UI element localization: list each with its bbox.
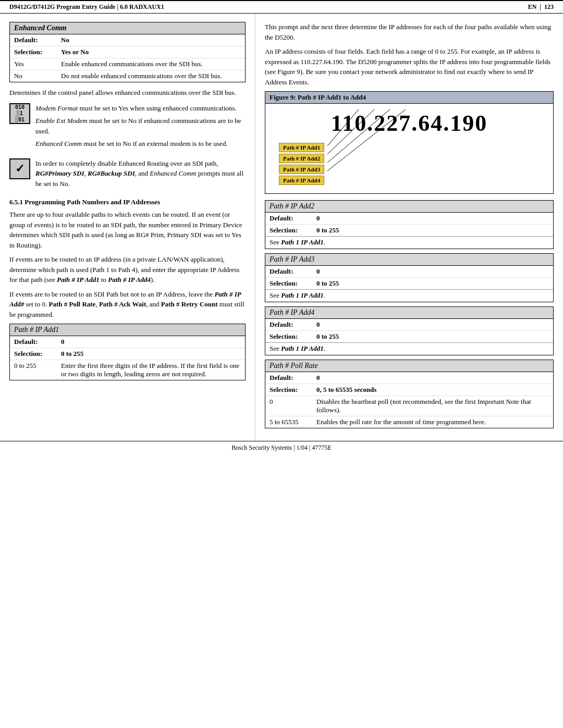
ip-add1-label: Path # IP Add1	[279, 143, 324, 152]
left-column: Enhanced Comm Default: No Selection: Yes…	[0, 14, 255, 441]
path-ip-add2-selection-row: Selection: 0 to 255	[265, 225, 553, 237]
header-guide: Program Entry Guide | 6.0 RADXAUX1	[56, 3, 164, 10]
enhanced-comm-title: Enhanced Comm	[10, 22, 245, 34]
enhanced-comm-description: Determines if the control panel allows e…	[9, 88, 246, 98]
content-area: Enhanced Comm Default: No Selection: Yes…	[0, 14, 563, 441]
default-value: 0	[57, 336, 245, 348]
enhanced-comm-selection-row: Selection: Yes or No	[10, 46, 245, 58]
figure-arrows	[327, 142, 432, 183]
row-key: No	[10, 70, 57, 82]
table-row: 0 Disables the heartbeat poll (not recom…	[265, 396, 553, 416]
table-row: 0 to 255 Enter the first three digits of…	[10, 360, 245, 380]
modem-format-label: Modem Format	[35, 104, 78, 112]
path-poll-rate-default-row: Default: 0	[265, 372, 553, 384]
enhanced-comm-table: Default: No Selection: Yes or No Yes Ena…	[10, 34, 245, 82]
selection-value: 0 to 255	[57, 348, 245, 360]
path1-ip-add1-ref: Path 1 IP Add1	[281, 238, 324, 246]
default-label: Default:	[265, 213, 312, 225]
default-label: Default:	[10, 34, 57, 46]
rg-backup-label: RG#Backup SDI	[88, 169, 135, 177]
selection-label: Selection:	[265, 225, 312, 237]
path-ip-add1-default-row: Default: 0	[10, 336, 245, 348]
row-value: Enables the poll rate for the amount of …	[312, 416, 553, 428]
selection-label: Selection:	[265, 384, 312, 396]
path-ip-add1-table: Default: 0 Selection: 0 to 255 0 to 255 …	[10, 336, 245, 380]
ip-address-display: 110.227.64.190	[274, 110, 545, 137]
default-value: 0	[312, 213, 553, 225]
default-value: 0	[312, 372, 553, 384]
path-ip-add2-section: Path # IP Add2 Default: 0 Selection: 0 t…	[265, 200, 554, 249]
ip-add3-label: Path # IP Add3	[279, 165, 324, 174]
header-page: EN | 123	[528, 3, 554, 11]
row-value: Do not enable enhanced communications ov…	[57, 70, 245, 82]
path1-ip-add1-ref3: Path 1 IP Add1	[281, 344, 324, 352]
path-ip-add1-section: Path # IP Add1 Default: 0 Selection: 0 t…	[9, 324, 246, 380]
selection-label: Selection:	[10, 348, 57, 360]
header-lang: EN	[528, 3, 537, 10]
path-poll-rate-title: Path # Poll Rate	[265, 360, 553, 372]
path-ip-add4-default-row: Default: 0	[265, 319, 553, 331]
table-row: No Do not enable enhanced communications…	[10, 70, 245, 82]
page-header: D9412G/D7412G Program Entry Guide | 6.0 …	[0, 0, 563, 14]
default-label: Default:	[10, 336, 57, 348]
header-product-info: D9412G/D7412G Program Entry Guide | 6.0 …	[9, 3, 164, 11]
path-ip-add4-see-note: See Path 1 IP Add1.	[265, 343, 553, 355]
path-ip-add1-title: Path # IP Add1	[10, 324, 245, 336]
ip-add4-label: Path # IP Add4	[279, 176, 324, 185]
right-column: This prompt and the next three determine…	[255, 14, 563, 441]
row-key: 0	[265, 396, 312, 416]
note-box-check: ✓ In order to completely disable Enhance…	[9, 158, 246, 193]
default-value: 0	[312, 266, 553, 278]
default-label: Default:	[265, 372, 312, 384]
row-key: 0 to 255	[10, 360, 57, 380]
section-651-para1: There are up to four available paths to …	[9, 209, 246, 250]
enhanced-comm-label: Enhanced Comm	[35, 140, 82, 147]
selection-value: Yes or No	[57, 46, 245, 58]
note-box-modem: 010░1░01 Modem Format must be set to Yes…	[9, 103, 246, 153]
selection-value: 0 to 255	[312, 331, 553, 343]
path-ip-add2-see-note: See Path 1 IP Add1.	[265, 237, 553, 249]
table-row: Yes Enable enhanced communications over …	[10, 58, 245, 70]
path-ip-add2-default-row: Default: 0	[265, 213, 553, 225]
path-ip-add4-selection-row: Selection: 0 to 255	[265, 331, 553, 343]
path1-ip-add1-ref2: Path 1 IP Add1	[281, 291, 324, 299]
header-product: D9412G/D7412G	[9, 3, 55, 10]
right-intro-para: This prompt and the next three determine…	[265, 22, 554, 42]
selection-label: Selection:	[265, 331, 312, 343]
path-ip-add3-selection-row: Selection: 0 to 255	[265, 278, 553, 290]
path-poll-rate-section: Path # Poll Rate Default: 0 Selection: 0…	[265, 360, 554, 428]
path-poll-rate-table: Default: 0 Selection: 0, 5 to 65535 seco…	[265, 372, 553, 428]
row-key: Yes	[10, 58, 57, 70]
page-footer: Bosch Security Systems | 1/04 | 47775E	[0, 441, 563, 454]
path-poll-rate-selection-row: Selection: 0, 5 to 65535 seconds	[265, 384, 553, 396]
enhanced-comm-ref: Enhanced Comm	[150, 169, 196, 177]
section-651-para2: If events are to be routed to an IP addr…	[9, 254, 246, 285]
row-key: 5 to 65535	[265, 416, 312, 428]
section-651-title: 6.5.1 Programming Path Numbers and IP Ad…	[9, 198, 160, 206]
path-ip-add1-ref: Path # IP Add1	[57, 276, 100, 283]
selection-label: Selection:	[10, 46, 57, 58]
path-ack-wait-ref: Path # Ack Wait	[99, 300, 146, 308]
footer-text: Bosch Security Systems | 1/04 | 47775E	[231, 444, 331, 452]
header-page-num: 123	[544, 3, 554, 10]
ip-add2-label: Path # IP Add2	[279, 154, 324, 163]
section-651-heading: 6.5.1 Programming Path Numbers and IP Ad…	[9, 198, 246, 206]
enable-ext-modem-label: Enable Ext Modem	[35, 117, 88, 125]
default-label: Default:	[265, 319, 312, 331]
path-ip-add3-table: Default: 0 Selection: 0 to 255	[265, 266, 553, 290]
selection-value: 0 to 255	[312, 278, 553, 290]
path-ip-add4-section: Path # IP Add4 Default: 0 Selection: 0 t…	[265, 306, 554, 355]
row-value: Disables the heartbeat poll (not recomme…	[312, 396, 553, 416]
path-ip-add4-table: Default: 0 Selection: 0 to 255	[265, 319, 553, 343]
selection-value: 0, 5 to 65535 seconds	[312, 384, 553, 396]
path-poll-rate-ref: Path # Poll Rate	[48, 300, 95, 308]
path-ip-add3-title: Path # IP Add3	[265, 254, 553, 266]
path-ip-add3-see-note: See Path 1 IP Add1.	[265, 290, 553, 302]
row-value: Enable enhanced communications over the …	[57, 58, 245, 70]
path-ip-add4-ref: Path # IP Add4	[108, 276, 151, 283]
default-value: 0	[312, 319, 553, 331]
note-check-text: In order to completely disable Enhanced …	[35, 158, 246, 193]
path-ip-add3-section: Path # IP Add3 Default: 0 Selection: 0 t…	[265, 253, 554, 302]
path-ip-add3-default-row: Default: 0	[265, 266, 553, 278]
path-ip-add2-table: Default: 0 Selection: 0 to 255	[265, 213, 553, 237]
